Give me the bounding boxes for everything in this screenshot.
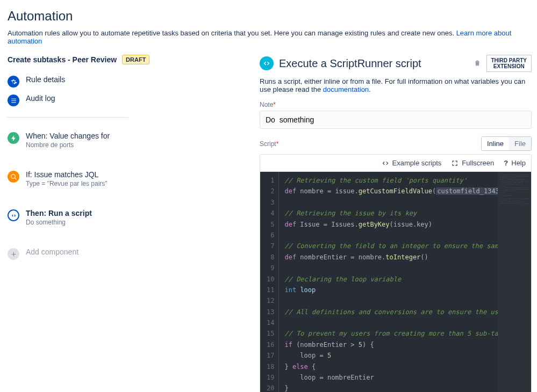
nav-rule-details[interactable]: Rule details [8,72,247,91]
status-badge: DRAFT [122,55,149,64]
script-source-toggle: Inline File [481,136,532,151]
note-label: Note* [260,101,532,108]
if-condition[interactable]: If: Issue matches JQL Type = "Revue par … [8,167,247,191]
minimap[interactable]: // Retrieving the custom field 'ports qu… [498,172,531,392]
search-icon [8,171,19,183]
script-icon [8,209,19,221]
code-editor: Example scripts Fullscreen ? Help 123456… [260,154,532,392]
scriptrunner-icon [260,56,274,70]
code-area[interactable]: 1234567891011121314151617181920212223242… [260,172,531,392]
page-subtitle: Automation rules allow you to automate r… [8,29,532,45]
panel-description: Runs a script, either inline or from a f… [260,77,532,93]
documentation-link[interactable]: documentation [323,85,369,93]
fullscreen-button[interactable]: Fullscreen [451,159,494,167]
script-label: Script* [260,140,278,148]
panel-title: Execute a ScriptRunner script [279,57,468,70]
add-component[interactable]: Add component [8,244,247,263]
delete-button[interactable] [474,59,481,68]
when-trigger[interactable]: When: Value changes for Nombre de ports [8,128,247,152]
plus-icon [8,248,19,260]
then-action[interactable]: Then: Run a script Do something [8,206,247,229]
gear-icon [8,76,19,88]
help-button[interactable]: ? Help [504,159,526,167]
example-scripts-button[interactable]: Example scripts [382,159,442,167]
line-gutter: 1234567891011121314151617181920212223242… [260,172,279,392]
code-lines[interactable]: // Retrieving the custom field 'ports qu… [279,172,498,392]
toggle-inline[interactable]: Inline [482,137,509,150]
divider [8,117,128,118]
rule-name: Create subtasks - Peer Review [8,55,117,64]
extension-badge: THIRD PARTY EXTENSION [486,55,532,72]
note-input[interactable] [260,111,532,129]
page-title: Automation [8,9,532,24]
bolt-icon [8,132,19,144]
list-icon [8,95,19,106]
nav-audit-log[interactable]: Audit log [8,91,247,110]
toggle-file[interactable]: File [509,137,531,150]
